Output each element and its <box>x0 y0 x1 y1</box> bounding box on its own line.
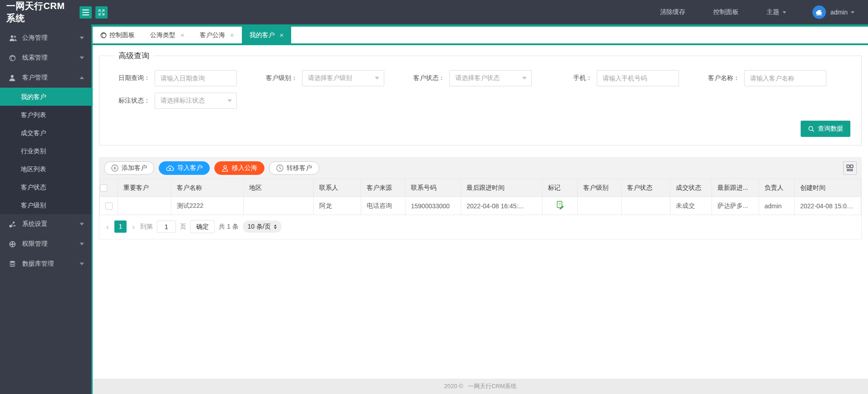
cell: 阿龙 <box>314 197 361 215</box>
prev-page-button[interactable]: ‹ <box>105 223 110 231</box>
tab-label: 客户公海 <box>200 31 225 39</box>
sidebar-item[interactable]: 权限管理 <box>0 234 91 254</box>
cell: admin <box>759 197 795 215</box>
user-menu[interactable]: admin <box>830 9 854 16</box>
tab-label: 我的客户 <box>250 31 275 39</box>
query-input[interactable] <box>744 70 826 86</box>
sidebar-menu: 公海管理 线索管理 客户管理 我的客户客户列表成交客户行业类别地区列表客户状态客… <box>0 28 91 274</box>
sidebar-subitem[interactable]: 成交客户 <box>0 124 91 142</box>
column-header: 客户来源 <box>361 179 406 197</box>
tab[interactable]: 控制面板 <box>93 27 142 43</box>
close-icon[interactable]: × <box>280 32 284 38</box>
query-row-2: 标注状态： 请选择标注状态 <box>110 93 850 109</box>
tab[interactable]: 我的客户 × <box>242 27 292 43</box>
query-field: 手机： <box>552 70 679 86</box>
clock-icon <box>276 164 283 172</box>
query-field: 日期查询： <box>110 70 237 86</box>
grid-icon <box>846 164 854 172</box>
sidebar-subitem[interactable]: 客户级别 <box>0 196 91 214</box>
sidebar: 公海管理 线索管理 客户管理 我的客户客户列表成交客户行业类别地区列表客户状态客… <box>0 24 91 394</box>
field-label: 客户状态： <box>405 74 445 82</box>
theme-menu[interactable]: 主题 <box>767 8 786 16</box>
cell <box>622 197 670 215</box>
column-header: 联系人 <box>314 179 361 197</box>
chevron-down-icon <box>227 99 232 102</box>
content-area: 高级查询 日期查询：客户级别： 请选择客户级别 客户状态： 请选择客户状态 手机… <box>93 45 868 379</box>
toolbar-button[interactable]: 转移客户 <box>269 161 319 175</box>
query-select[interactable]: 请选择客户状态 <box>449 70 532 86</box>
next-page-button[interactable]: › <box>131 223 136 231</box>
query-input[interactable] <box>597 70 679 86</box>
main-area: 控制面板 公海类型 × 客户公海 × 我的客户 × 高级查询 日期查询：客户级别… <box>93 24 868 394</box>
svg-text:?: ? <box>558 202 561 206</box>
page-input[interactable] <box>157 220 176 233</box>
query-select[interactable]: 请选择客户级别 <box>302 70 384 86</box>
column-settings-button[interactable] <box>843 161 857 175</box>
row-checkbox[interactable] <box>105 202 113 210</box>
toolbar-buttons: 添加客户 导入客户 移入公海 转移客户 <box>104 161 324 175</box>
select-all-checkbox[interactable] <box>100 184 107 192</box>
sidebar-item[interactable]: 系统设置 <box>0 214 91 234</box>
column-header: 联系号码 <box>406 179 461 197</box>
cell: 电话咨询 <box>361 197 406 215</box>
search-icon <box>808 126 815 132</box>
tab-label: 控制面板 <box>109 31 135 39</box>
sidebar-item-label: 公海管理 <box>22 34 47 42</box>
query-field: 客户级别： 请选择客户级别 <box>258 70 384 86</box>
header-right: 清除缓存 控制面板 主题 admin <box>632 5 868 19</box>
tab[interactable]: 客户公海 × <box>192 27 242 43</box>
close-icon[interactable]: × <box>230 32 234 38</box>
chevron-down-icon <box>851 11 854 14</box>
app-header: 一网天行CRM系统 清除缓存 控制面板 主题 admin <box>0 0 868 24</box>
cell: 15900033000 <box>406 197 461 215</box>
sidebar-accent-divider <box>91 24 93 394</box>
column-header: 最新跟进... <box>712 179 759 197</box>
footer: 2020 © 一网天行CRM系统 <box>93 379 868 394</box>
select-all-cell <box>100 179 118 197</box>
query-input[interactable] <box>155 70 237 86</box>
clear-cache-link[interactable]: 清除缓存 <box>660 8 685 16</box>
table-header-row: 重要客户客户名称地区联系人客户来源联系号码最后跟进时间标记客户级别客户状态成交状… <box>100 179 861 197</box>
confirm-button[interactable]: 确定 <box>190 220 215 233</box>
toolbar-button[interactable]: 移入公海 <box>214 161 264 175</box>
collapse-sidebar-button[interactable] <box>80 6 92 19</box>
total-count: 共 1 条 <box>219 223 239 231</box>
globe-icon <box>9 55 19 61</box>
query-select[interactable]: 请选择标注状态 <box>155 93 237 109</box>
sidebar-subitem[interactable]: 我的客户 <box>0 88 91 106</box>
field-label: 手机： <box>552 74 592 82</box>
tab[interactable]: 公海类型 × <box>142 27 192 43</box>
page-size-select[interactable]: 10 条/页 <box>243 220 282 233</box>
toolbar-button[interactable]: 添加客户 <box>104 161 154 175</box>
table-row: 测试2222阿龙电话咨询159000330002022-04-08 16:45:… <box>100 197 861 215</box>
sidebar-item[interactable]: 客户管理 <box>0 68 91 88</box>
sidebar-subitem[interactable]: 地区列表 <box>0 160 91 178</box>
column-header: 客户状态 <box>622 179 670 197</box>
fullscreen-button[interactable] <box>95 6 108 19</box>
cell: 测试2222 <box>171 197 244 215</box>
column-header: 标记 <box>542 179 578 197</box>
avatar[interactable] <box>812 5 826 19</box>
sidebar-subitem[interactable]: 行业类别 <box>0 142 91 160</box>
tab-bar: 控制面板 公海类型 × 客户公海 × 我的客户 × <box>93 24 868 45</box>
current-page[interactable]: 1 <box>114 220 127 233</box>
column-header: 负责人 <box>759 179 795 197</box>
sidebar-item-label: 权限管理 <box>22 240 47 248</box>
column-header: 成交状态 <box>670 179 712 197</box>
toolbar-button[interactable]: 导入客户 <box>159 161 210 175</box>
sidebar-subitem[interactable]: 客户状态 <box>0 178 91 196</box>
column-header: 地区 <box>244 179 314 197</box>
mark-edit-icon[interactable]: ? <box>556 204 565 211</box>
close-icon[interactable]: × <box>180 32 184 38</box>
row-select-cell <box>100 197 118 215</box>
chevron-down-icon <box>783 11 786 14</box>
sidebar-item[interactable]: 公海管理 <box>0 28 91 48</box>
search-data-button[interactable]: 查询数据 <box>801 121 850 137</box>
sidebar-subitem[interactable]: 客户列表 <box>0 106 91 124</box>
query-field: 标注状态： 请选择标注状态 <box>110 93 237 109</box>
sidebar-item[interactable]: 线索管理 <box>0 48 91 68</box>
control-panel-link[interactable]: 控制面板 <box>713 8 739 16</box>
sidebar-item[interactable]: 数据库管理 <box>0 254 91 274</box>
cell: 2022-04-08 15:09... <box>795 197 861 215</box>
chevron-down-icon <box>375 77 379 80</box>
